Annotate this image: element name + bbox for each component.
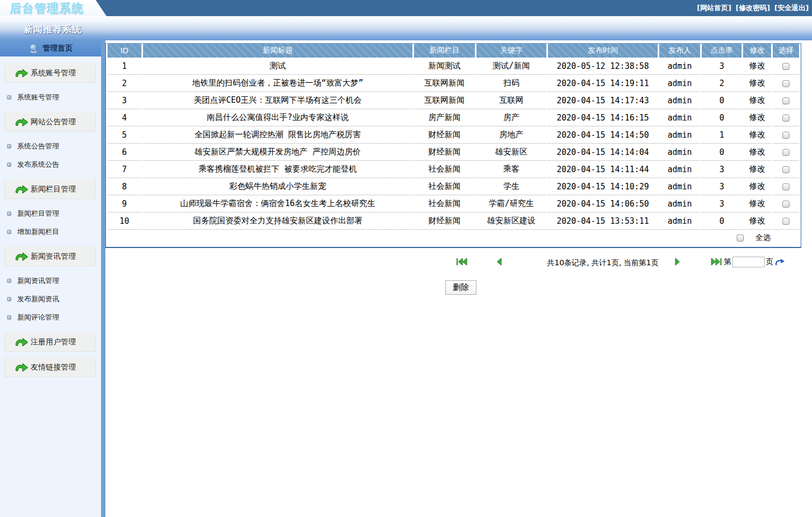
column-header: 修改 [743, 44, 771, 58]
row-checkbox[interactable] [782, 218, 789, 225]
last-page-button[interactable] [711, 258, 722, 266]
top-links: [网站首页] [修改密码] [安全退出] [695, 0, 809, 16]
cell-time: 2020-04-15 14:19:11 [548, 75, 658, 92]
cell-title: 国务院国资委对全力支持雄安新区建设作出部署 [143, 213, 413, 230]
cell-id: 7 [108, 161, 141, 178]
change-password-link[interactable]: [修改密码] [736, 4, 770, 12]
cell-time: 2020-04-15 14:17:43 [548, 92, 658, 109]
cell-time: 2020-04-15 13:53:11 [548, 213, 658, 230]
sidebar-item[interactable]: 发布新闻资讯 [0, 290, 101, 308]
cell-id: 10 [108, 213, 141, 230]
sidebar-item[interactable]: 系统账号管理 [0, 88, 101, 107]
cell-title: 地铁里的扫码创业者，正被卷进一场“致富大梦” [143, 75, 413, 92]
cell-keyword: 雄安新区 [476, 144, 546, 161]
sidebar-section[interactable]: 友情链接管理 [4, 357, 96, 377]
table-header-row: ID新闻标题新闻栏目关键字发布时间发布人点击率修改选择 [108, 44, 799, 58]
edit-link[interactable]: 修改 [743, 161, 771, 178]
go-page-icon[interactable] [775, 258, 785, 266]
sidebar-section[interactable]: 网站公告管理 [4, 112, 96, 132]
edit-link[interactable]: 修改 [743, 213, 771, 230]
sidebar-item-label: 新闻栏目管理 [17, 209, 59, 218]
row-checkbox[interactable] [782, 149, 789, 156]
sidebar-section-label: 系统账号管理 [31, 68, 76, 78]
row-checkbox[interactable] [782, 80, 789, 87]
sidebar-item-label: 发布系统公告 [17, 160, 59, 169]
sidebar-section[interactable]: 新闻资讯管理 [4, 246, 96, 266]
cell-clicks: 0 [702, 92, 742, 109]
sidebar-section-label: 注册用户管理 [31, 337, 76, 347]
sidebar-home-label: 管理首页 [42, 44, 73, 53]
green-arrow-icon [15, 68, 29, 79]
sidebar-item-label: 系统公告管理 [17, 141, 59, 151]
cell-title: 山师现最牛学霸宿舍：俩宿舍16名女生考上名校研究生 [143, 195, 413, 213]
row-checkbox[interactable] [782, 63, 789, 70]
bullet-icon [7, 230, 11, 234]
sidebar-item[interactable]: 新闻资讯管理 [0, 272, 101, 290]
prev-page-button[interactable] [496, 258, 502, 266]
edit-link[interactable]: 修改 [743, 144, 771, 161]
site-home-link[interactable]: [网站首页] [697, 4, 731, 12]
edit-link[interactable]: 修改 [743, 178, 771, 195]
column-header: 新闻标题 [143, 44, 413, 58]
cell-title: 彩色蜗牛热销成小学生新宠 [143, 178, 413, 195]
cell-publisher: admin [659, 213, 700, 230]
table-row: 10 国务院国资委对全力支持雄安新区建设作出部署 财经新闻 雄安新区建设 202… [108, 213, 799, 230]
sidebar-item[interactable]: 新闻栏目管理 [0, 204, 101, 223]
sidebar-item[interactable]: 系统公告管理 [0, 137, 101, 155]
cell-keyword: 雄安新区建设 [476, 213, 546, 230]
cell-publisher: admin [659, 161, 700, 178]
edit-link[interactable]: 修改 [743, 126, 771, 144]
sidebar-item[interactable]: 发布系统公告 [0, 155, 101, 174]
cell-time: 2020-04-15 14:16:15 [548, 109, 658, 126]
row-checkbox[interactable] [782, 97, 789, 104]
last-page-icon [711, 258, 722, 266]
green-arrow-icon [15, 117, 29, 128]
row-checkbox[interactable] [782, 201, 789, 208]
cell-id: 2 [108, 75, 141, 92]
edit-link[interactable]: 修改 [743, 195, 771, 213]
cell-publisher: admin [659, 126, 700, 144]
table-row: 7 乘客携榴莲登机被拦下 被要求吃完才能登机 社会新闻 乘客 2020-04-1… [108, 161, 799, 178]
cell-category: 新闻测试 [414, 58, 474, 75]
cell-publisher: admin [659, 109, 700, 126]
sidebar-divider-strip [101, 40, 105, 517]
news-table-container: ID新闻标题新闻栏目关键字发布时间发布人点击率修改选择 1 测试 新闻测试 测试… [105, 43, 801, 248]
cell-time: 2020-04-15 14:06:50 [548, 195, 658, 213]
sidebar-item-label: 新闻资讯管理 [17, 276, 59, 286]
sidebar-section[interactable]: 注册用户管理 [4, 332, 96, 352]
cell-title: 雄安新区严禁大规模开发房地产 严控周边房价 [143, 144, 413, 161]
logout-link[interactable]: [安全退出] [774, 4, 809, 12]
sidebar-item[interactable]: 新闻评论管理 [0, 308, 101, 327]
sidebar-section[interactable]: 系统账号管理 [4, 63, 96, 83]
delete-button[interactable]: 删除 [445, 280, 476, 295]
row-checkbox[interactable] [782, 132, 789, 139]
edit-link[interactable]: 修改 [743, 92, 771, 109]
cell-category: 社会新闻 [414, 178, 474, 195]
cell-category: 财经新闻 [414, 126, 474, 144]
header-band: 新闻推荐系统 [0, 16, 812, 40]
sidebar-item-label: 系统账号管理 [17, 93, 59, 102]
next-page-button[interactable] [674, 258, 681, 266]
edit-link[interactable]: 修改 [743, 75, 771, 92]
select-all-checkbox[interactable] [737, 235, 744, 242]
edit-link[interactable]: 修改 [743, 58, 771, 75]
sidebar-section[interactable]: 新闻栏目管理 [4, 179, 96, 199]
row-checkbox[interactable] [782, 166, 789, 173]
first-page-button[interactable] [456, 258, 467, 266]
globe-icon [29, 44, 39, 53]
column-header: 发布时间 [548, 44, 658, 58]
cell-id: 8 [108, 178, 141, 195]
page-number-input[interactable] [732, 257, 765, 267]
sidebar-item[interactable]: 增加新闻栏目 [0, 223, 101, 241]
row-checkbox[interactable] [782, 115, 789, 122]
edit-link[interactable]: 修改 [743, 109, 771, 126]
goto-page-control: 第 页 [724, 257, 785, 267]
bullet-icon [7, 279, 11, 283]
bullet-icon [7, 297, 11, 301]
sidebar-item-admin-home[interactable]: 管理首页 [0, 40, 101, 56]
column-header: ID [108, 44, 141, 58]
row-checkbox[interactable] [782, 183, 789, 190]
column-header: 点击率 [702, 44, 742, 58]
system-subtitle: 新闻推荐系统 [24, 23, 82, 36]
first-page-icon [456, 258, 467, 266]
